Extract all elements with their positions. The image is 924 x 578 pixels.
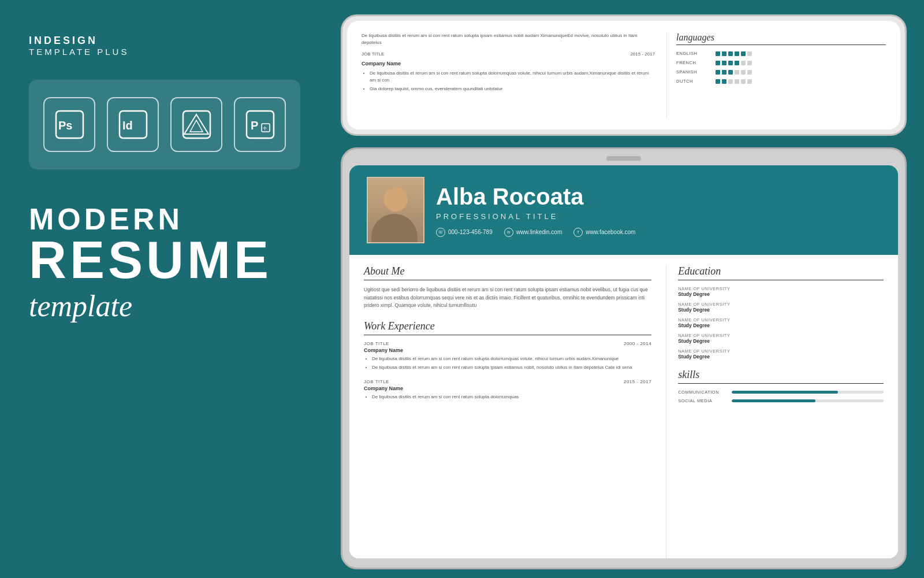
skill-social-media: SOCIAL MEDIA [678, 398, 884, 403]
top-job-years: 2015 - 2017 [630, 51, 655, 58]
brand-indesign: INDESIGN [29, 35, 300, 47]
skill-social-media-bar-bg [732, 399, 884, 402]
tablet-notch [606, 156, 641, 161]
lang-french: FRENCH [676, 60, 886, 65]
svg-marker-5 [184, 114, 208, 134]
svg-text:Id: Id [122, 119, 133, 132]
lang-spanish: SPANISH [676, 69, 886, 75]
edu-1-uni: NAME OF UNIVERSITY [678, 286, 884, 291]
top-tablet-mockup: De liquibusa disitiis et rerum am si con… [341, 14, 907, 136]
brand-title: INDESIGN TEMPLATE PLUS [29, 35, 300, 57]
resume-contacts: ☏ 000-123-456-789 in www.linkedin.com f … [436, 228, 881, 237]
job-2-header: JOB TITLE 2015 - 2017 [364, 379, 651, 384]
job-2-years: 2015 - 2017 [624, 379, 651, 384]
top-job-title: JOB TITLE [362, 51, 384, 58]
edu-entry-2: NAME OF UNIVERSITY Study Degree [678, 302, 884, 313]
phone-number: 000-123-456-789 [448, 229, 493, 235]
edu-4-uni: NAME OF UNIVERSITY [678, 333, 884, 338]
skill-communication-bar-bg [732, 391, 884, 394]
job-1-header: JOB TITLE 2000 - 2014 [364, 341, 651, 346]
languages-heading: languages [676, 32, 886, 45]
work-experience-heading: Work Experience [364, 320, 651, 335]
contact-phone: ☏ 000-123-456-789 [436, 228, 493, 237]
powerpoint-icon: P + [234, 97, 286, 152]
resume-photo [367, 177, 424, 243]
skill-communication: COMMUNICATION [678, 390, 884, 395]
job-2-bullets: De liquibusa disitiis et rerum am si con… [364, 394, 651, 401]
top-resume-content: De liquibusa disitiis et rerum am si con… [362, 32, 886, 118]
edu-2-uni: NAME OF UNIVERSITY [678, 302, 884, 307]
resume-text: RESUME [29, 234, 300, 286]
top-job-header: JOB TITLE 2015 - 2017 [362, 51, 655, 58]
svg-text:Ps: Ps [58, 119, 72, 132]
top-cutoff-text: De liquibusa disitiis et rerum am si con… [362, 32, 655, 46]
resume-name-block: Alba Rocoata PROFESSIONAL TITLE ☏ 000-12… [436, 184, 881, 237]
main-tablet: Alba Rocoata PROFESSIONAL TITLE ☏ 000-12… [341, 147, 907, 569]
contact-linkedin: in www.linkedin.com [504, 228, 562, 237]
job-entry-2: JOB TITLE 2015 - 2017 Company Name De li… [364, 379, 651, 401]
lang-english-label: ENGLISH [676, 51, 711, 56]
top-job-bullets: De liquibusa disitiis et rerum am si con… [362, 70, 655, 92]
edu-5-degree: Study Degree [678, 354, 884, 360]
modern-text: MODERN [29, 204, 300, 234]
facebook-icon: f [573, 228, 583, 237]
brand-template: TEMPLATE PLUS [29, 47, 300, 57]
work-experience-section: Work Experience JOB TITLE 2000 - 2014 Co… [364, 320, 651, 401]
left-panel: INDESIGN TEMPLATE PLUS Ps Id [0, 0, 329, 578]
lang-english-dots [716, 51, 752, 56]
about-me-heading: About Me [364, 265, 651, 280]
affinity-icon [170, 97, 222, 152]
main-headline: MODERN RESUME template [29, 204, 300, 323]
edu-entry-3: NAME OF UNIVERSITY Study Degree [678, 317, 884, 328]
job-1-company: Company Name [364, 347, 651, 353]
contact-facebook: f www.facebook.com [573, 228, 635, 237]
education-section: Education NAME OF UNIVERSITY Study Degre… [678, 265, 884, 360]
software-icons-box: Ps Id P + [29, 80, 300, 169]
about-me-text: Ugitiost que sedi beriorro de liquibusa … [364, 286, 651, 310]
top-job-section: De liquibusa disitiis et rerum am si con… [362, 32, 655, 118]
right-panel: De liquibusa disitiis et rerum am si con… [329, 0, 924, 578]
edu-entry-1: NAME OF UNIVERSITY Study Degree [678, 286, 884, 297]
education-heading: Education [678, 265, 884, 280]
top-languages-section: languages ENGLISH FRENCH [666, 32, 886, 118]
tablet-outer: Alba Rocoata PROFESSIONAL TITLE ☏ 000-12… [341, 147, 907, 569]
linkedin-icon: in [504, 228, 513, 237]
skill-social-media-bar-fill [732, 399, 815, 402]
edu-4-degree: Study Degree [678, 338, 884, 344]
job-2-company: Company Name [364, 386, 651, 391]
edu-3-uni: NAME OF UNIVERSITY [678, 317, 884, 323]
lang-french-dots [716, 61, 752, 65]
skill-communication-label: COMMUNICATION [678, 390, 727, 395]
photoshop-icon: Ps [43, 97, 95, 152]
top-job-company: Company Name [362, 60, 655, 68]
lang-spanish-label: SPANISH [676, 69, 711, 75]
indesign-icon: Id [107, 97, 159, 152]
edu-entry-5: NAME OF UNIVERSITY Study Degree [678, 349, 884, 360]
skill-social-media-label: SOCIAL MEDIA [678, 398, 727, 403]
template-text: template [29, 289, 300, 323]
skills-section: skills COMMUNICATION SOCIAL MEDIA [678, 369, 884, 403]
job-2-bullet-1: De liquibusa disitiis et rerum am si con… [372, 394, 651, 401]
job-1-bullet-1: De liquibusa disitiis et rerum am si con… [372, 355, 651, 362]
resume-header: Alba Rocoata PROFESSIONAL TITLE ☏ 000-12… [349, 165, 898, 255]
edu-2-degree: Study Degree [678, 307, 884, 313]
top-bullet-2: Gia dolorep taquist, ommo cus, evenderat… [370, 86, 655, 92]
lang-french-label: FRENCH [676, 60, 711, 65]
lang-spanish-dots [716, 70, 752, 75]
about-me-section: About Me Ugitiost que sedi beriorro de l… [364, 265, 651, 310]
job-1-bullet-2: De liquibusa disitiis et rerum am si con… [372, 364, 651, 371]
skill-communication-bar-fill [732, 391, 838, 394]
resume-left-col: About Me Ugitiost que sedi beriorro de l… [364, 265, 666, 558]
phone-icon: ☏ [436, 228, 445, 237]
lang-dutch-dots [716, 79, 752, 84]
edu-5-uni: NAME OF UNIVERSITY [678, 349, 884, 354]
job-1-bullets: De liquibusa disitiis et rerum am si con… [364, 355, 651, 371]
resume-body: About Me Ugitiost que sedi beriorro de l… [349, 255, 898, 558]
lang-dutch-label: DUTCH [676, 79, 711, 84]
svg-text:P: P [251, 119, 258, 132]
skills-heading: skills [678, 369, 884, 384]
facebook-url: www.facebook.com [586, 229, 635, 235]
svg-text:+: + [263, 124, 267, 132]
edu-3-degree: Study Degree [678, 323, 884, 328]
resume-name: Alba Rocoata [436, 184, 881, 209]
